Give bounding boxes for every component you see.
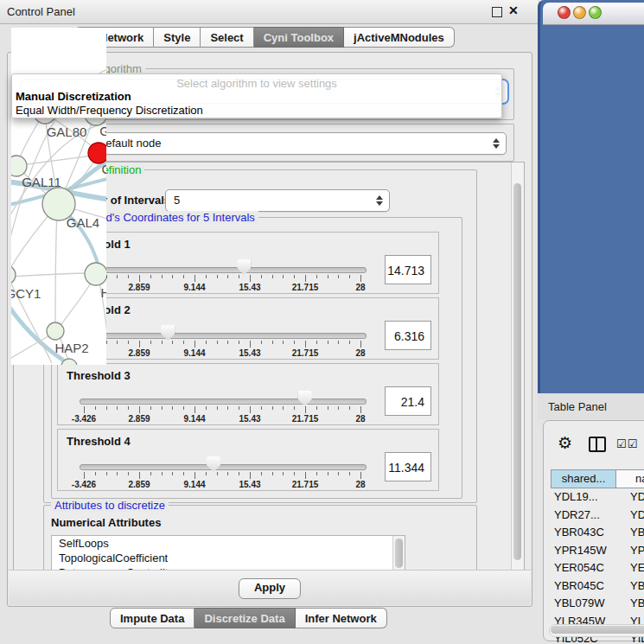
checkbox-checked-icons[interactable]: ☑☑ <box>616 437 638 450</box>
tick-mark <box>95 472 96 475</box>
tick-label: 28 <box>339 283 382 292</box>
table-row[interactable]: YDR27...YDR2 <box>551 507 644 525</box>
tick-mark <box>328 472 328 475</box>
tick-label: 21.715 <box>284 414 327 424</box>
column-header-shared-name[interactable]: shared... <box>551 469 616 488</box>
cell-name[interactable]: YPR1 <box>623 544 644 557</box>
cell-shared-name[interactable]: YBL079W <box>554 596 616 609</box>
node-label: GAL11 <box>22 175 61 189</box>
tab-select[interactable]: Select <box>201 27 253 48</box>
slider-track[interactable] <box>80 464 367 470</box>
tab-cyni-toolbox[interactable]: Cyni Toolbox <box>254 27 344 48</box>
thresholds-group: Threshold's Coordinates for 5 Intervals … <box>51 217 462 499</box>
tick-mark <box>172 472 173 475</box>
mac-close-icon[interactable] <box>558 6 571 19</box>
tick-mark <box>183 341 184 344</box>
cell-shared-name[interactable]: YER054C <box>554 561 616 574</box>
tab-infer-network[interactable]: Infer Network <box>296 608 387 628</box>
threshold-row-4: Threshold 4-3.4262.8599.14415.4321.71528… <box>57 429 439 491</box>
tab-impute-data[interactable]: Impute Data <box>110 608 194 628</box>
table-row[interactable]: YBR043CYBR0 <box>551 524 644 542</box>
table-row[interactable]: YER054CYER0 <box>551 559 644 577</box>
network-node-hap2[interactable] <box>47 322 64 340</box>
threshold-value-field[interactable]: 14.713 <box>385 255 431 284</box>
tab-style[interactable]: Style <box>154 27 201 48</box>
cell-shared-name[interactable]: YBR045C <box>554 579 616 592</box>
network-node-h[interactable] <box>85 263 106 285</box>
tick-mark <box>150 275 151 278</box>
tab-label: Discretize Data <box>204 612 284 625</box>
interval-definition-group: Interval Definition Number of Intervals … <box>43 169 477 503</box>
scrollbar-thumb[interactable] <box>395 539 403 568</box>
cell-name[interactable]: YBR0 <box>623 526 644 539</box>
tick-label: 9.144 <box>173 348 216 358</box>
option-equal-width-frequency[interactable]: Equal Width/Frequency Discretization <box>16 104 203 117</box>
number-of-intervals-combobox[interactable]: 5 <box>165 189 390 212</box>
cell-shared-name[interactable]: YDR27... <box>554 508 616 521</box>
gear-icon[interactable]: ⚙ <box>558 435 572 451</box>
tick-label: 15.43 <box>228 283 271 292</box>
network-window-titlebar[interactable] <box>543 3 644 25</box>
network-node-gcy1[interactable] <box>11 265 16 284</box>
tick-label: 15.43 <box>228 348 271 358</box>
attribute-list-item[interactable]: TopologicalCoefficient <box>52 551 405 565</box>
slider-track[interactable] <box>80 399 367 405</box>
network-edge[interactable] <box>11 209 54 271</box>
table-row[interactable]: YPR145WYPR1 <box>551 542 644 560</box>
tab-jactivemnodules[interactable]: jActiveMNodules <box>344 27 455 48</box>
threshold-label: Threshold 4 <box>67 435 131 448</box>
settings-vertical-scrollbar[interactable] <box>511 163 524 571</box>
cell-shared-name[interactable]: YDL19... <box>554 490 616 503</box>
scrollbar-thumb[interactable] <box>513 183 521 560</box>
network-view-window <box>538 0 644 393</box>
tick-mark <box>172 406 173 410</box>
table-row[interactable]: YBL079WYBL0 <box>551 595 644 613</box>
tick-mark <box>217 472 218 475</box>
tick-mark <box>217 406 218 410</box>
slider-track[interactable] <box>80 333 367 339</box>
apply-button[interactable]: Apply <box>239 578 301 599</box>
tick-label: 9.144 <box>173 414 216 424</box>
tick-mark <box>194 275 195 282</box>
slider-track[interactable] <box>80 267 367 273</box>
table-horizontal-scrollbar[interactable] <box>549 624 644 637</box>
network-edge[interactable] <box>11 273 91 277</box>
cell-name[interactable]: YDL1 <box>623 490 644 503</box>
option-manual-discretization[interactable]: Manual Discretization <box>16 90 131 103</box>
algorithm-placeholder: Select algorithm to view settings <box>12 77 501 90</box>
table-row[interactable]: YDL19...YDL1 <box>551 488 644 507</box>
close-icon[interactable]: ✕ <box>508 3 519 17</box>
network-edge[interactable] <box>21 156 93 165</box>
split-view-icon[interactable] <box>589 437 606 452</box>
threshold-value-field[interactable]: 11.344 <box>385 452 431 481</box>
mac-minimize-icon[interactable] <box>573 6 586 19</box>
float-window-icon[interactable] <box>492 7 502 17</box>
panel-title: Control Panel <box>7 5 75 18</box>
cell-name[interactable]: YDR2 <box>623 508 644 521</box>
table-row[interactable]: YBR045CYBR0 <box>551 577 644 596</box>
tab-discretize-data[interactable]: Discretize Data <box>194 608 295 628</box>
tick-label: 9.144 <box>173 283 216 292</box>
tick-mark <box>305 341 306 348</box>
cell-shared-name[interactable]: YPR145W <box>554 544 616 557</box>
tick-mark <box>206 341 207 344</box>
cell-name[interactable]: YBR0 <box>623 579 644 592</box>
cell-shared-name[interactable]: YBR043C <box>554 526 616 539</box>
tick-mark <box>250 275 251 282</box>
network-node-c[interactable] <box>88 143 106 163</box>
cell-name[interactable]: YBL0 <box>623 596 644 609</box>
tick-mark <box>328 406 328 410</box>
tick-mark <box>316 341 317 344</box>
scrollbar-thumb[interactable] <box>551 626 644 634</box>
cell-name[interactable]: YER0 <box>623 561 644 574</box>
network-node-gal11[interactable] <box>11 156 27 176</box>
column-header-name[interactable]: na <box>616 469 644 488</box>
threshold-value-field[interactable]: 6.316 <box>385 321 431 350</box>
attribute-list-item[interactable]: SelfLoops <box>52 536 405 551</box>
network-edge[interactable] <box>55 211 57 327</box>
tick-mark <box>172 275 173 278</box>
mac-zoom-icon[interactable] <box>589 6 602 19</box>
network-edge[interactable] <box>59 280 92 328</box>
threshold-value-field[interactable]: 21.4 <box>385 386 431 416</box>
attributes-scrollbar[interactable] <box>392 536 405 574</box>
